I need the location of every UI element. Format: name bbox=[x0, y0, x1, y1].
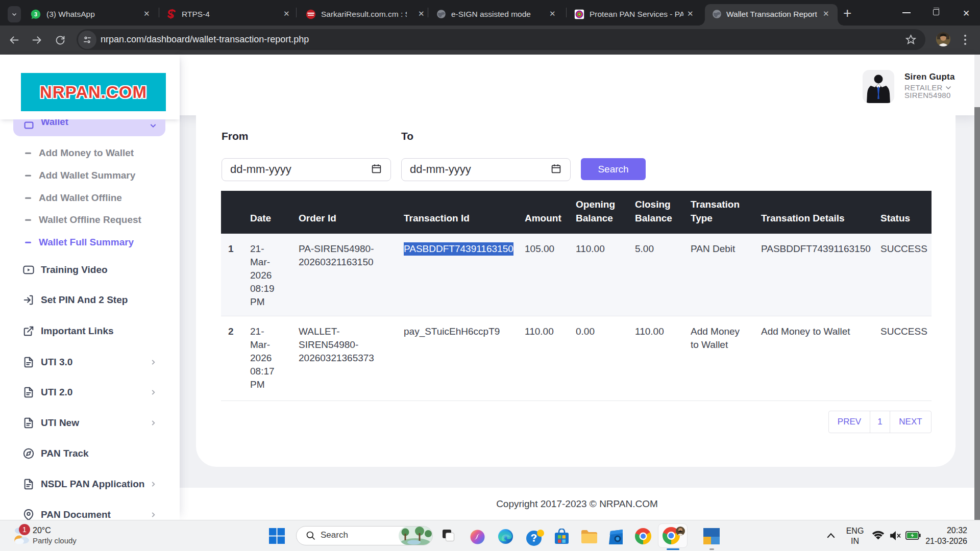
svg-text:3: 3 bbox=[34, 11, 37, 17]
